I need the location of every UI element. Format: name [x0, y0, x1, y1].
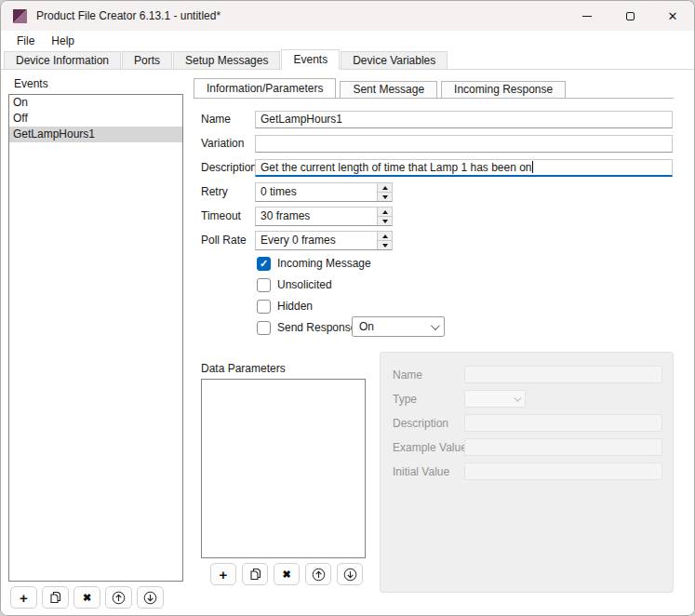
parameter-initial-value-row: Initial Value — [381, 462, 673, 481]
event-list-item[interactable]: GetLampHours1 — [9, 127, 182, 142]
move-event-up-button[interactable] — [105, 586, 132, 609]
parameter-name-field — [464, 366, 662, 383]
retry-increment-button[interactable] — [378, 183, 392, 192]
plus-icon: + — [20, 591, 28, 605]
add-parameter-button[interactable]: + — [210, 563, 236, 585]
add-event-button[interactable]: + — [10, 586, 37, 609]
parameter-details-panel: Name Type Description Example Value Init… — [380, 352, 674, 593]
plus-icon: + — [220, 568, 228, 582]
poll-rate-spinner[interactable]: Every 0 frames — [255, 231, 393, 250]
parameter-type-row: Type — [381, 390, 673, 408]
parameter-name-label: Name — [393, 366, 422, 384]
window-title: Product File Creator 6.13.1 - untitled* — [36, 9, 221, 22]
data-parameters-label: Data Parameters — [201, 362, 286, 375]
app-logo-icon — [13, 9, 27, 23]
close-button[interactable]: ✕ — [651, 1, 694, 31]
spin-down-icon — [382, 195, 388, 199]
subtab-information-parameters[interactable]: Information/Parameters — [194, 78, 336, 98]
data-parameters-list[interactable] — [201, 379, 366, 558]
poll-rate-increment-button[interactable] — [378, 232, 392, 240]
parameter-example-value-label: Example Value — [393, 438, 467, 457]
chevron-down-icon — [431, 321, 440, 330]
maximize-button[interactable] — [608, 1, 651, 31]
arrow-down-circle-icon — [343, 568, 357, 582]
hidden-checkbox[interactable] — [257, 300, 271, 314]
retry-spin-buttons — [377, 183, 392, 201]
minimize-icon — [582, 16, 592, 17]
copy-icon — [49, 591, 61, 604]
unsolicited-checkbox[interactable] — [257, 278, 271, 292]
menu-file[interactable]: File — [8, 33, 43, 49]
timeout-label: Timeout — [201, 208, 241, 225]
arrow-up-circle-icon — [312, 568, 326, 582]
parameter-description-row: Description — [381, 414, 673, 433]
retry-spinner[interactable]: 0 times — [255, 182, 393, 202]
retry-value: 0 times — [256, 183, 377, 201]
unsolicited-label: Unsolicited — [277, 278, 332, 291]
incoming-message-checkbox-row: Incoming Message — [257, 256, 371, 271]
parameter-type-dropdown — [464, 390, 526, 408]
copy-icon — [249, 568, 261, 581]
move-event-down-button[interactable] — [137, 586, 164, 609]
subtab-incoming-response[interactable]: Incoming Response — [441, 81, 566, 98]
move-parameter-down-button[interactable] — [337, 563, 363, 585]
delete-icon: ✖ — [282, 569, 290, 580]
poll-rate-spin-buttons — [377, 232, 392, 249]
spin-down-icon — [382, 220, 388, 223]
tab-device-information[interactable]: Device Information — [4, 51, 121, 69]
minimize-button[interactable] — [566, 1, 608, 31]
name-label: Name — [201, 111, 231, 128]
tab-device-variables[interactable]: Device Variables — [341, 51, 448, 69]
menu-help[interactable]: Help — [43, 33, 83, 49]
window-controls: ✕ — [566, 1, 694, 31]
text-caret — [532, 161, 533, 173]
parameter-initial-value-label: Initial Value — [393, 462, 449, 481]
data-parameters-toolbar: + ✖ — [210, 563, 363, 585]
title-bar: Product File Creator 6.13.1 - untitled* … — [1, 1, 694, 31]
incoming-message-label: Incoming Message — [277, 257, 371, 270]
retry-label: Retry — [201, 183, 228, 201]
description-field[interactable]: Get the current length of time that Lamp… — [255, 159, 673, 177]
spin-up-icon — [382, 210, 388, 214]
parameter-name-row: Name — [381, 366, 673, 384]
tab-setup-messages[interactable]: Setup Messages — [173, 51, 280, 69]
retry-decrement-button[interactable] — [378, 192, 392, 201]
subtab-sent-message[interactable]: Sent Message — [340, 81, 437, 98]
menu-bar: File Help — [1, 31, 694, 50]
tab-events[interactable]: Events — [281, 49, 340, 70]
description-label: Description — [201, 159, 257, 177]
poll-rate-decrement-button[interactable] — [378, 240, 392, 249]
event-list-item[interactable]: Off — [9, 111, 182, 127]
name-value: GetLampHours1 — [261, 113, 342, 126]
events-page: Events On Off GetLampHours1 + ✖ — [1, 71, 694, 615]
move-parameter-up-button[interactable] — [305, 563, 331, 585]
event-list-item[interactable]: On — [9, 95, 182, 111]
send-response-checkbox-row: Send Response — [257, 320, 356, 335]
name-field[interactable]: GetLampHours1 — [255, 111, 673, 128]
tab-ports[interactable]: Ports — [122, 51, 172, 69]
send-response-dropdown[interactable]: On — [352, 316, 445, 337]
timeout-value: 30 frames — [256, 208, 377, 225]
duplicate-parameter-button[interactable] — [242, 563, 268, 585]
events-list[interactable]: On Off GetLampHours1 — [8, 94, 183, 582]
spin-up-icon — [382, 234, 388, 238]
send-response-label: Send Response — [277, 321, 356, 334]
duplicate-event-button[interactable] — [42, 586, 69, 609]
parameter-description-label: Description — [393, 414, 448, 433]
subtab-divider — [194, 98, 674, 99]
variation-field[interactable] — [255, 135, 673, 153]
description-value: Get the current length of time that Lamp… — [261, 161, 532, 174]
incoming-message-checkbox[interactable] — [257, 257, 271, 271]
event-sub-tabs: Information/Parameters Sent Message Inco… — [194, 78, 569, 98]
app-window: Product File Creator 6.13.1 - untitled* … — [0, 0, 695, 616]
arrow-up-circle-icon — [112, 591, 126, 605]
unsolicited-checkbox-row: Unsolicited — [257, 277, 332, 292]
delete-event-button[interactable]: ✖ — [74, 586, 100, 609]
timeout-spinner[interactable]: 30 frames — [255, 207, 393, 226]
timeout-decrement-button[interactable] — [378, 216, 392, 225]
variation-label: Variation — [201, 135, 244, 153]
send-response-checkbox[interactable] — [257, 321, 271, 335]
delete-parameter-button[interactable]: ✖ — [274, 563, 300, 585]
timeout-increment-button[interactable] — [378, 208, 392, 216]
spin-up-icon — [382, 186, 388, 190]
